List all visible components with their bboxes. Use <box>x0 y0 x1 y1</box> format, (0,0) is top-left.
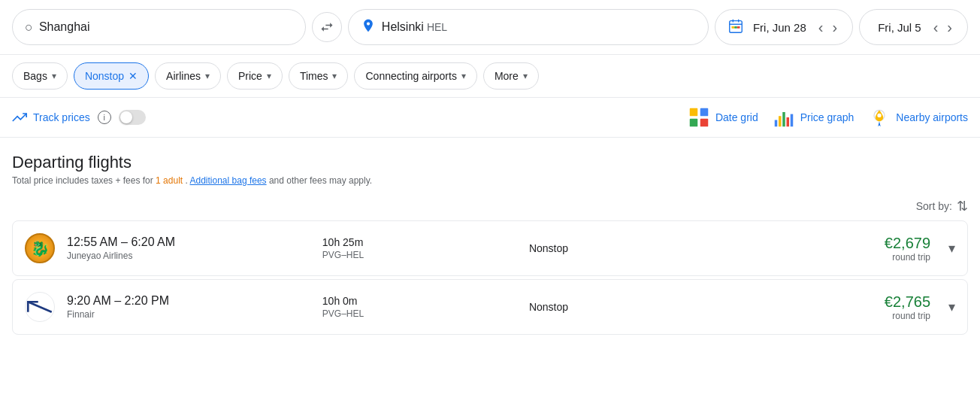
route-text: PVG–HEL <box>322 308 517 319</box>
svg-rect-5 <box>734 26 737 29</box>
svg-rect-4 <box>731 26 734 29</box>
svg-rect-8 <box>690 119 698 127</box>
flight-card: 9:20 AM – 2:20 PM Finnair 10h 0m PVG–HEL… <box>12 279 968 335</box>
flights-subtitle: Total price includes taxes + fees for 1 … <box>12 175 968 186</box>
swap-button[interactable] <box>312 12 342 42</box>
track-prices-info-icon[interactable]: i <box>98 111 111 124</box>
flight-price: €2,679 round trip <box>736 235 930 263</box>
sort-icon[interactable]: ⇅ <box>957 198 968 214</box>
return-date-group[interactable]: Fri, Jul 5 ‹ › <box>859 9 968 45</box>
search-bar: ○ Shanghai HelsinkiHEL <box>0 0 980 55</box>
nonstop-close-icon[interactable]: ✕ <box>129 70 138 82</box>
svg-rect-15 <box>790 114 793 127</box>
origin-text: Shanghai <box>39 20 90 34</box>
return-prev-button[interactable]: ‹ <box>930 17 942 38</box>
nonstop-label: Nonstop <box>85 70 124 82</box>
stops-text: Nonstop <box>529 301 724 313</box>
departing-flights-title: Departing flights <box>12 153 968 172</box>
flight-times: 12:55 AM – 6:20 AM Juneyao Airlines <box>67 235 310 261</box>
time-range: 9:20 AM – 2:20 PM <box>67 294 310 308</box>
duration-text: 10h 0m <box>322 295 517 307</box>
depart-prev-button[interactable]: ‹ <box>815 17 827 38</box>
svg-rect-12 <box>779 116 782 126</box>
duration-text: 10h 25m <box>322 236 517 248</box>
airlines-chevron: ▾ <box>205 71 210 81</box>
price-graph-label: Price graph <box>800 111 854 123</box>
track-prices-toggle[interactable] <box>119 110 146 125</box>
expand-flight-button[interactable]: ▾ <box>948 299 955 315</box>
price-type: round trip <box>736 252 930 263</box>
date-grid-button[interactable]: Date grid <box>688 107 758 128</box>
adults-count: 1 adult <box>156 175 183 186</box>
flights-section: Departing flights Total price includes t… <box>0 138 980 344</box>
origin-field[interactable]: ○ Shanghai <box>12 9 306 45</box>
return-next-button[interactable]: › <box>944 17 955 38</box>
nonstop-filter[interactable]: Nonstop ✕ <box>74 62 149 90</box>
finnair-logo-svg <box>26 299 53 314</box>
depart-next-button[interactable]: › <box>829 17 840 38</box>
price-label: Price <box>238 70 262 82</box>
price-chevron: ▾ <box>267 71 271 81</box>
price-amount: €2,765 <box>736 293 930 311</box>
nearby-airports-label: Nearby airports <box>896 111 968 123</box>
pin-icon <box>361 18 376 33</box>
svg-rect-14 <box>786 117 789 126</box>
price-filter[interactable]: Price ▾ <box>227 62 283 90</box>
flight-list: 🐉 12:55 AM – 6:20 AM Juneyao Airlines 10… <box>12 220 968 335</box>
calendar-icon <box>727 18 744 37</box>
depart-date-group[interactable]: Fri, Jun 28 ‹ › <box>715 9 853 45</box>
svg-rect-13 <box>782 112 785 126</box>
date-grid-label: Date grid <box>715 111 758 123</box>
more-filter[interactable]: More ▾ <box>483 62 539 90</box>
flight-stops: Nonstop <box>529 301 724 313</box>
svg-rect-9 <box>700 108 709 117</box>
tools-right: Date grid Price graph Nearby airports <box>688 107 968 128</box>
more-chevron: ▾ <box>523 71 528 81</box>
svg-rect-6 <box>737 26 740 29</box>
airline-name: Juneyao Airlines <box>67 251 310 261</box>
airlines-label: Airlines <box>166 70 201 82</box>
origin-icon: ○ <box>25 20 33 35</box>
times-filter[interactable]: Times ▾ <box>289 62 349 90</box>
price-graph-button[interactable]: Price graph <box>773 107 854 128</box>
airline-name: Finnair <box>67 309 310 320</box>
times-label: Times <box>300 70 328 82</box>
connecting-airports-label: Connecting airports <box>365 70 456 82</box>
nearby-airports-button[interactable]: Nearby airports <box>869 107 968 128</box>
airlines-filter[interactable]: Airlines ▾ <box>155 62 221 90</box>
flight-stops: Nonstop <box>529 242 724 254</box>
flight-price: €2,765 round trip <box>736 293 930 321</box>
destination-field[interactable]: HelsinkiHEL <box>348 9 709 45</box>
bags-filter[interactable]: Bags ▾ <box>12 62 68 90</box>
return-date: Fri, Jul 5 <box>878 21 921 34</box>
tools-bar: Track prices i Date grid Price graph <box>0 98 980 138</box>
depart-date: Fri, Jun 28 <box>753 21 806 34</box>
track-prices-button[interactable]: Track prices <box>12 110 90 125</box>
route-text: PVG–HEL <box>322 250 517 260</box>
more-label: More <box>495 70 519 82</box>
destination-icon <box>361 18 376 37</box>
swap-icon <box>319 20 334 35</box>
svg-rect-7 <box>690 108 698 117</box>
airline-logo <box>25 292 55 322</box>
airline-logo: 🐉 <box>25 233 55 263</box>
nearby-airports-icon <box>869 107 890 128</box>
connecting-airports-filter[interactable]: Connecting airports ▾ <box>354 62 476 90</box>
flight-times: 9:20 AM – 2:20 PM Finnair <box>67 294 310 320</box>
date-grid-icon <box>688 107 709 128</box>
connecting-chevron: ▾ <box>461 71 466 81</box>
flight-card: 🐉 12:55 AM – 6:20 AM Juneyao Airlines 10… <box>12 220 968 276</box>
stops-text: Nonstop <box>529 242 724 254</box>
flight-row[interactable]: 9:20 AM – 2:20 PM Finnair 10h 0m PVG–HEL… <box>13 280 967 334</box>
svg-point-17 <box>878 114 882 117</box>
filter-bar: Bags ▾ Nonstop ✕ Airlines ▾ Price ▾ Time… <box>0 55 980 98</box>
flight-row[interactable]: 🐉 12:55 AM – 6:20 AM Juneyao Airlines 10… <box>13 221 967 275</box>
times-chevron: ▾ <box>332 71 337 81</box>
bag-fees-link[interactable]: Additional bag fees <box>190 175 267 186</box>
expand-flight-button[interactable]: ▾ <box>948 240 955 257</box>
track-prices-label: Track prices <box>33 111 90 123</box>
price-type: round trip <box>736 311 930 321</box>
dest-text: HelsinkiHEL <box>382 20 447 34</box>
flight-duration: 10h 25m PVG–HEL <box>322 236 517 260</box>
bags-chevron: ▾ <box>52 71 56 81</box>
